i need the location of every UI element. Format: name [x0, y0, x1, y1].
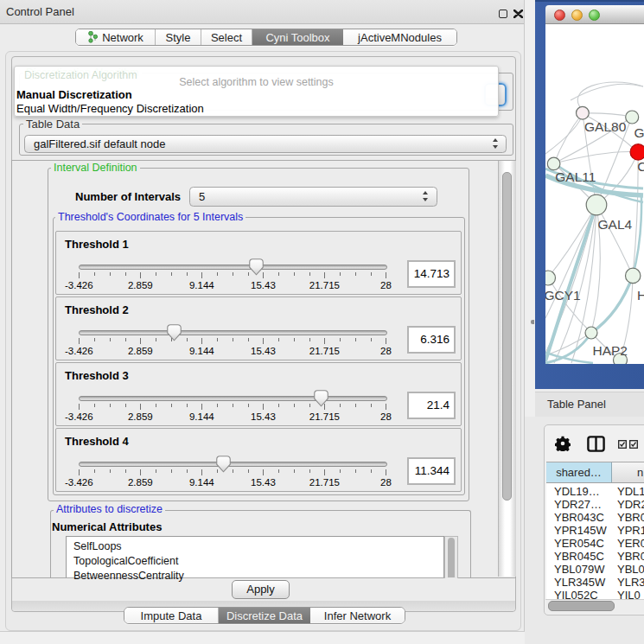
svg-text:GAL80: GAL80	[584, 119, 627, 134]
svg-text:CD: CD	[637, 159, 644, 174]
svg-text:HAP2: HAP2	[593, 343, 628, 358]
svg-text:GAL11: GAL11	[555, 169, 596, 184]
svg-text:GAL4: GAL4	[598, 217, 633, 232]
svg-text:GA: GA	[634, 125, 644, 140]
svg-text:H: H	[637, 288, 644, 303]
svg-text:GCY1: GCY1	[545, 288, 581, 303]
